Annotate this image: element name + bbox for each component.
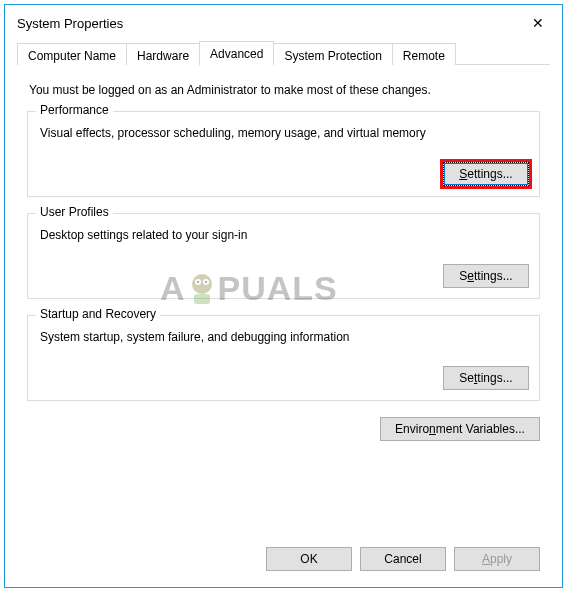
button-label: Settings... bbox=[459, 269, 512, 283]
apply-button[interactable]: Apply bbox=[454, 547, 540, 571]
button-label: Settings... bbox=[459, 167, 512, 181]
system-properties-window: System Properties ✕ Computer Name Hardwa… bbox=[4, 4, 563, 588]
tab-label: Remote bbox=[403, 49, 445, 63]
button-label: Environment Variables... bbox=[395, 422, 525, 436]
tab-label: Advanced bbox=[210, 47, 263, 61]
tab-hardware[interactable]: Hardware bbox=[126, 43, 200, 65]
performance-group: Performance Visual effects, processor sc… bbox=[27, 111, 540, 197]
tab-label: Computer Name bbox=[28, 49, 116, 63]
titlebar: System Properties ✕ bbox=[5, 5, 562, 41]
button-label: Settings... bbox=[459, 371, 512, 385]
startup-legend: Startup and Recovery bbox=[36, 307, 160, 321]
tab-content-advanced: You must be logged on as an Administrato… bbox=[5, 65, 562, 547]
user-profiles-group: User Profiles Desktop settings related t… bbox=[27, 213, 540, 299]
environment-variables-button[interactable]: Environment Variables... bbox=[380, 417, 540, 441]
tab-system-protection[interactable]: System Protection bbox=[273, 43, 392, 65]
tab-advanced[interactable]: Advanced bbox=[199, 41, 274, 66]
ok-button[interactable]: OK bbox=[266, 547, 352, 571]
user-profiles-legend: User Profiles bbox=[36, 205, 113, 219]
tab-label: Hardware bbox=[137, 49, 189, 63]
close-icon: ✕ bbox=[532, 15, 544, 31]
performance-desc: Visual effects, processor scheduling, me… bbox=[40, 126, 529, 140]
button-label: Apply bbox=[482, 552, 512, 566]
user-profiles-settings-button[interactable]: Settings... bbox=[443, 264, 529, 288]
user-profiles-desc: Desktop settings related to your sign-in bbox=[40, 228, 529, 242]
tab-remote[interactable]: Remote bbox=[392, 43, 456, 65]
performance-legend: Performance bbox=[36, 103, 113, 117]
startup-desc: System startup, system failure, and debu… bbox=[40, 330, 529, 344]
tabstrip: Computer Name Hardware Advanced System P… bbox=[17, 41, 550, 65]
window-title: System Properties bbox=[17, 16, 516, 31]
cancel-button[interactable]: Cancel bbox=[360, 547, 446, 571]
dialog-button-row: OK Cancel Apply bbox=[5, 547, 562, 587]
admin-notice: You must be logged on as an Administrato… bbox=[29, 83, 538, 97]
close-button[interactable]: ✕ bbox=[516, 8, 560, 38]
performance-settings-button[interactable]: Settings... bbox=[443, 162, 529, 186]
tab-computer-name[interactable]: Computer Name bbox=[17, 43, 127, 65]
startup-recovery-group: Startup and Recovery System startup, sys… bbox=[27, 315, 540, 401]
startup-settings-button[interactable]: Settings... bbox=[443, 366, 529, 390]
tab-label: System Protection bbox=[284, 49, 381, 63]
